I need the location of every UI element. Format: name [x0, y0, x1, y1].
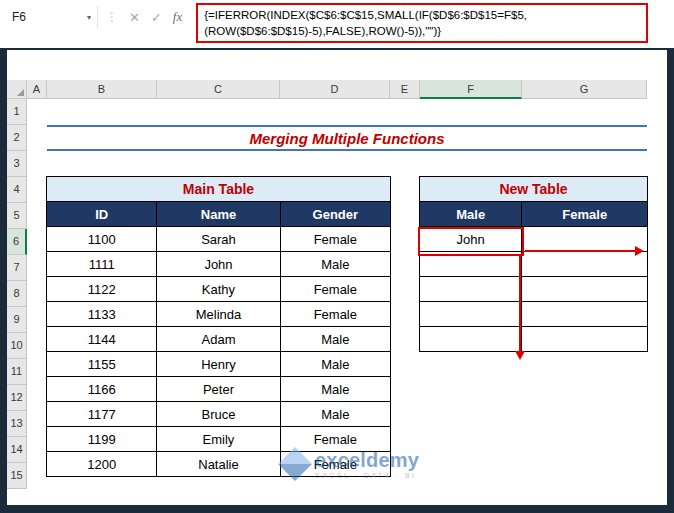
- cell[interactable]: 1166: [47, 377, 157, 402]
- cell[interactable]: 1177: [47, 402, 157, 427]
- cell[interactable]: 1111: [47, 252, 157, 277]
- formula-input[interactable]: {=IFERROR(INDEX($C$6:$C$15,SMALL(IF($D$6…: [196, 3, 648, 43]
- row-header-2[interactable]: 2: [7, 125, 27, 151]
- column-header-e[interactable]: E: [390, 80, 420, 99]
- cell[interactable]: [522, 327, 648, 352]
- cell[interactable]: [522, 302, 648, 327]
- table-row: 1177BruceMale: [47, 402, 391, 427]
- annotation-arrow-right-icon: [525, 250, 635, 252]
- new-header-male[interactable]: Male: [420, 202, 522, 227]
- cell[interactable]: Henry: [157, 352, 280, 377]
- name-box[interactable]: F6 ▾: [6, 6, 98, 28]
- watermark-name: exceldemy: [315, 449, 419, 471]
- row-header-13[interactable]: 13: [7, 411, 27, 437]
- main-table-title[interactable]: Main Table: [47, 177, 391, 202]
- row-header-10[interactable]: 10: [7, 333, 27, 359]
- table-row: [420, 327, 648, 352]
- new-header-female[interactable]: Female: [522, 202, 648, 227]
- annotation-arrow-down-icon: [519, 256, 521, 351]
- main-header-name[interactable]: Name: [157, 202, 280, 227]
- cell[interactable]: Female: [280, 277, 390, 302]
- name-box-value: F6: [12, 10, 26, 24]
- table-row: [420, 302, 648, 327]
- cell[interactable]: [420, 302, 522, 327]
- table-row: 1100SarahFemale: [47, 227, 391, 252]
- cell[interactable]: 1199: [47, 427, 157, 452]
- cell[interactable]: Male: [280, 327, 390, 352]
- select-all-corner[interactable]: [7, 80, 27, 99]
- cancel-icon[interactable]: ✕: [129, 10, 140, 25]
- row-header-8[interactable]: 8: [7, 281, 27, 307]
- cell-grid: Merging Multiple Functions Main Table ID…: [27, 99, 647, 509]
- cell[interactable]: Adam: [157, 327, 280, 352]
- cell[interactable]: 1200: [47, 452, 157, 477]
- cell[interactable]: Female: [280, 227, 390, 252]
- cell[interactable]: [420, 277, 522, 302]
- column-header-a[interactable]: A: [27, 80, 47, 99]
- cell[interactable]: 1155: [47, 352, 157, 377]
- table-row: 1133MelindaFemale: [47, 302, 391, 327]
- column-header-c[interactable]: C: [157, 80, 280, 99]
- cell[interactable]: [522, 277, 648, 302]
- enter-icon[interactable]: ✓: [151, 10, 162, 25]
- cell[interactable]: Peter: [157, 377, 280, 402]
- exceldemy-watermark: exceldemy EXCEL · DATA · BI: [283, 449, 419, 479]
- row-header-4[interactable]: 4: [7, 177, 27, 203]
- cell[interactable]: 1122: [47, 277, 157, 302]
- column-header-f[interactable]: F: [420, 80, 522, 99]
- row-header-6[interactable]: 6: [7, 229, 27, 255]
- formula-line-1: {=IFERROR(INDEX($C$6:$C$15,SMALL(IF($D$6…: [204, 7, 640, 23]
- cell[interactable]: Male: [280, 377, 390, 402]
- table-row: 1144AdamMale: [47, 327, 391, 352]
- cell[interactable]: Emily: [157, 427, 280, 452]
- cell[interactable]: Male: [280, 402, 390, 427]
- column-header-d[interactable]: D: [280, 80, 390, 99]
- row-header-5[interactable]: 5: [7, 203, 27, 229]
- cell[interactable]: [420, 327, 522, 352]
- cell[interactable]: 1133: [47, 302, 157, 327]
- main-header-gender[interactable]: Gender: [280, 202, 390, 227]
- cell[interactable]: Female: [280, 302, 390, 327]
- column-header-g[interactable]: G: [522, 80, 647, 99]
- formula-bar-buttons: ⋮ ✕ ✓ fx: [106, 8, 182, 26]
- cell[interactable]: Natalie: [157, 452, 280, 477]
- row-header-9[interactable]: 9: [7, 307, 27, 333]
- table-row: 1166PeterMale: [47, 377, 391, 402]
- sheet-title[interactable]: Merging Multiple Functions: [47, 125, 647, 151]
- cell[interactable]: John: [157, 252, 280, 277]
- row-header-12[interactable]: 12: [7, 385, 27, 411]
- chevron-down-icon[interactable]: ▾: [87, 13, 91, 22]
- table-row: [420, 277, 648, 302]
- cell[interactable]: Male: [280, 252, 390, 277]
- row-header-11[interactable]: 11: [7, 359, 27, 385]
- table-row: 1155HenryMale: [47, 352, 391, 377]
- new-table: New Table Male Female John: [419, 176, 648, 352]
- cell[interactable]: [522, 252, 648, 277]
- watermark-text: exceldemy EXCEL · DATA · BI: [315, 449, 419, 479]
- row-headers: 1 2 3 4 5 6 7 8 9 10 11 12 13 14 15: [7, 99, 27, 489]
- cell[interactable]: [522, 227, 648, 252]
- row-header-14[interactable]: 14: [7, 437, 27, 463]
- cell[interactable]: Sarah: [157, 227, 280, 252]
- cell[interactable]: Male: [280, 352, 390, 377]
- formula-bar: F6 ▾ ⋮ ✕ ✓ fx {=IFERROR(INDEX($C$6:$C$15…: [0, 0, 674, 48]
- active-cell-border: [418, 227, 524, 256]
- insert-function-icon[interactable]: fx: [173, 9, 182, 25]
- column-header-b[interactable]: B: [47, 80, 157, 99]
- new-table-title[interactable]: New Table: [420, 177, 648, 202]
- row-header-7[interactable]: 7: [7, 255, 27, 281]
- cell[interactable]: 1100: [47, 227, 157, 252]
- drag-handle-icon: ⋮: [106, 10, 118, 24]
- cell[interactable]: 1144: [47, 327, 157, 352]
- row-header-1[interactable]: 1: [7, 99, 27, 125]
- column-headers: A B C D E F G: [7, 80, 667, 99]
- cell[interactable]: Kathy: [157, 277, 280, 302]
- cell[interactable]: Melinda: [157, 302, 280, 327]
- row-header-15[interactable]: 15: [7, 463, 27, 489]
- cell[interactable]: Bruce: [157, 402, 280, 427]
- table-row: 1199EmilyFemale: [47, 427, 391, 452]
- row-header-3[interactable]: 3: [7, 151, 27, 177]
- table-row: 1111JohnMale: [47, 252, 391, 277]
- main-header-id[interactable]: ID: [47, 202, 157, 227]
- watermark-tagline: EXCEL · DATA · BI: [315, 472, 419, 479]
